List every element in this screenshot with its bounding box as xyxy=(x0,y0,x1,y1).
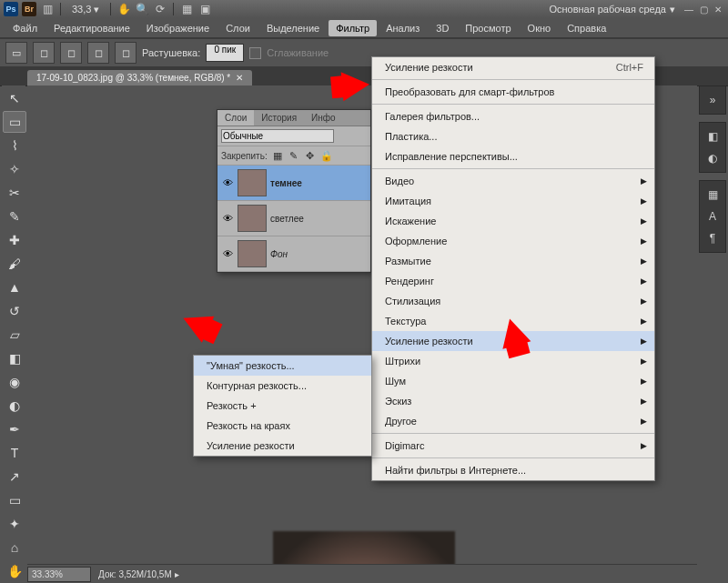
menu-select[interactable]: Выделение xyxy=(259,20,327,36)
menu-image[interactable]: Изображение xyxy=(139,20,217,36)
selection-sub-icon[interactable]: ◻ xyxy=(87,42,109,64)
feather-input[interactable]: 0 пик xyxy=(206,44,244,62)
window-minimize-icon[interactable]: — xyxy=(682,5,695,15)
stamp-tool-icon[interactable]: ▲ xyxy=(3,276,26,298)
3d-tool-icon[interactable]: ✦ xyxy=(3,513,26,535)
launch-mb-icon[interactable]: ▥ xyxy=(40,2,55,16)
layer-row[interactable]: 👁 Фон xyxy=(217,236,370,272)
lasso-tool-icon[interactable]: ⌇ xyxy=(3,135,26,156)
sharpen-smart[interactable]: "Умная" резкость... xyxy=(194,356,371,376)
dock-collapse-icon[interactable]: » xyxy=(702,90,723,110)
type-tool-icon[interactable]: T xyxy=(3,442,26,464)
lock-position-icon[interactable]: ✥ xyxy=(304,149,317,162)
hand-tool-icon[interactable]: ✋ xyxy=(3,560,26,582)
bridge-logo-icon[interactable]: Br xyxy=(22,2,36,16)
crop-tool-icon[interactable]: ✂ xyxy=(3,182,26,204)
window-close-icon[interactable]: ✕ xyxy=(712,5,724,15)
layer-row[interactable]: 👁 темнее xyxy=(217,166,370,201)
blend-mode-select[interactable]: Обычные xyxy=(221,129,334,143)
blur-tool-icon[interactable]: ◉ xyxy=(3,371,26,393)
selection-add-icon[interactable]: ◻ xyxy=(60,42,82,64)
lock-all-icon[interactable]: 🔒 xyxy=(320,149,333,162)
screenmode-icon[interactable]: ▣ xyxy=(197,2,212,16)
dock-panel-icon[interactable]: ¶ xyxy=(702,228,723,248)
workspace-dropdown[interactable]: Основная рабочая среда▾ xyxy=(545,4,679,15)
menu-layers[interactable]: Слои xyxy=(218,20,258,36)
tab-info[interactable]: Инфо xyxy=(304,110,343,126)
sharpen-unsharp[interactable]: Контурная резкость... xyxy=(194,376,371,396)
layer-name[interactable]: светлее xyxy=(270,214,304,224)
path-tool-icon[interactable]: ↗ xyxy=(3,466,26,488)
filter-blur[interactable]: Размытие▶ xyxy=(372,251,654,271)
selection-new-icon[interactable]: ◻ xyxy=(33,42,55,64)
document-close-icon[interactable]: ✕ xyxy=(236,73,243,83)
history-brush-tool-icon[interactable]: ↺ xyxy=(3,300,26,322)
hand-tool-icon[interactable]: ✋ xyxy=(116,2,131,16)
layer-name[interactable]: темнее xyxy=(270,178,302,188)
filter-stylize[interactable]: Стилизация▶ xyxy=(372,291,654,311)
filter-render[interactable]: Рендеринг▶ xyxy=(372,271,654,291)
rotate-view-icon[interactable]: ⟳ xyxy=(153,2,167,16)
menu-view[interactable]: Просмотр xyxy=(458,20,518,36)
menu-analysis[interactable]: Анализ xyxy=(379,20,427,36)
zoom-dropdown[interactable]: 33,3 ▾ xyxy=(66,4,105,15)
dodge-tool-icon[interactable]: ◐ xyxy=(3,395,26,417)
tab-layers[interactable]: Слои xyxy=(217,110,254,126)
visibility-icon[interactable]: 👁 xyxy=(221,247,234,260)
layer-thumbnail[interactable] xyxy=(238,169,267,196)
status-docinfo[interactable]: Док: 3,52M/10,5M ▸ xyxy=(98,569,179,579)
filter-repeat[interactable]: Усиление резкостиCtrl+F xyxy=(372,57,654,77)
layer-row[interactable]: 👁 светлее xyxy=(217,201,370,236)
filter-other[interactable]: Другое▶ xyxy=(372,411,654,431)
menu-3d[interactable]: 3D xyxy=(429,20,456,36)
filter-stylize2[interactable]: Оформление▶ xyxy=(372,231,654,251)
document-tab[interactable]: 17-09-10_0823.jpg @ 33,3% (темнее, RGB/8… xyxy=(27,70,252,85)
pen-tool-icon[interactable]: ✒ xyxy=(3,418,26,440)
filter-artistic[interactable]: Имитация▶ xyxy=(372,191,654,211)
gradient-tool-icon[interactable]: ◧ xyxy=(3,347,26,369)
layer-name[interactable]: Фон xyxy=(270,249,288,259)
eraser-tool-icon[interactable]: ▱ xyxy=(3,324,26,346)
heal-tool-icon[interactable]: ✚ xyxy=(3,229,26,251)
tool-preset-icon[interactable]: ▭ xyxy=(5,42,27,64)
menu-window[interactable]: Окно xyxy=(521,20,559,36)
dock-panel-icon[interactable]: ◐ xyxy=(702,148,723,168)
visibility-icon[interactable]: 👁 xyxy=(221,212,234,225)
dock-panel-icon[interactable]: ▦ xyxy=(702,185,723,205)
zoom-tool-icon[interactable]: 🔍 xyxy=(135,2,149,16)
window-maximize-icon[interactable]: ▢ xyxy=(697,5,710,15)
lock-pixels-icon[interactable]: ✎ xyxy=(288,149,300,162)
layer-thumbnail[interactable] xyxy=(238,240,267,267)
status-zoom[interactable]: 33.33% xyxy=(27,567,91,582)
filter-browse-online[interactable]: Найти фильтры в Интернете... xyxy=(372,460,654,480)
sharpen-edges[interactable]: Резкость на краях xyxy=(194,416,371,436)
filter-sketch[interactable]: Эскиз▶ xyxy=(372,391,654,411)
filter-digimarc[interactable]: Digimarc▶ xyxy=(372,436,654,456)
move-tool-icon[interactable]: ↖ xyxy=(3,87,26,109)
filter-noise[interactable]: Шум▶ xyxy=(372,371,654,391)
dock-panel-icon[interactable]: ◧ xyxy=(702,126,723,146)
menu-file[interactable]: Файл xyxy=(5,20,45,36)
wand-tool-icon[interactable]: ✧ xyxy=(3,158,26,180)
filter-video[interactable]: Видео▶ xyxy=(372,171,654,191)
menu-help[interactable]: Справка xyxy=(560,20,613,36)
filter-vanishing-point[interactable]: Исправление перспективы... xyxy=(372,146,654,166)
tab-history[interactable]: История xyxy=(254,110,304,126)
3d-camera-tool-icon[interactable]: ⌂ xyxy=(3,537,26,558)
lock-transparency-icon[interactable]: ▦ xyxy=(271,149,284,162)
selection-intersect-icon[interactable]: ◻ xyxy=(115,42,136,64)
layer-thumbnail[interactable] xyxy=(238,205,267,232)
sharpen-sharpen[interactable]: Усиление резкости xyxy=(194,436,371,456)
filter-liquify[interactable]: Пластика... xyxy=(372,126,654,146)
menu-filter[interactable]: Фильтр xyxy=(329,20,377,36)
visibility-icon[interactable]: 👁 xyxy=(221,176,234,189)
menu-edit[interactable]: Редактирование xyxy=(46,20,137,36)
filter-gallery[interactable]: Галерея фильтров... xyxy=(372,106,654,126)
brush-tool-icon[interactable]: 🖌 xyxy=(3,253,26,275)
arrange-icon[interactable]: ▦ xyxy=(179,2,194,16)
shape-tool-icon[interactable]: ▭ xyxy=(3,489,26,511)
sharpen-more[interactable]: Резкость + xyxy=(194,396,371,416)
marquee-tool-icon[interactable]: ▭ xyxy=(3,111,26,133)
filter-distort[interactable]: Искажение▶ xyxy=(372,211,654,231)
eyedropper-tool-icon[interactable]: ✎ xyxy=(3,206,26,227)
